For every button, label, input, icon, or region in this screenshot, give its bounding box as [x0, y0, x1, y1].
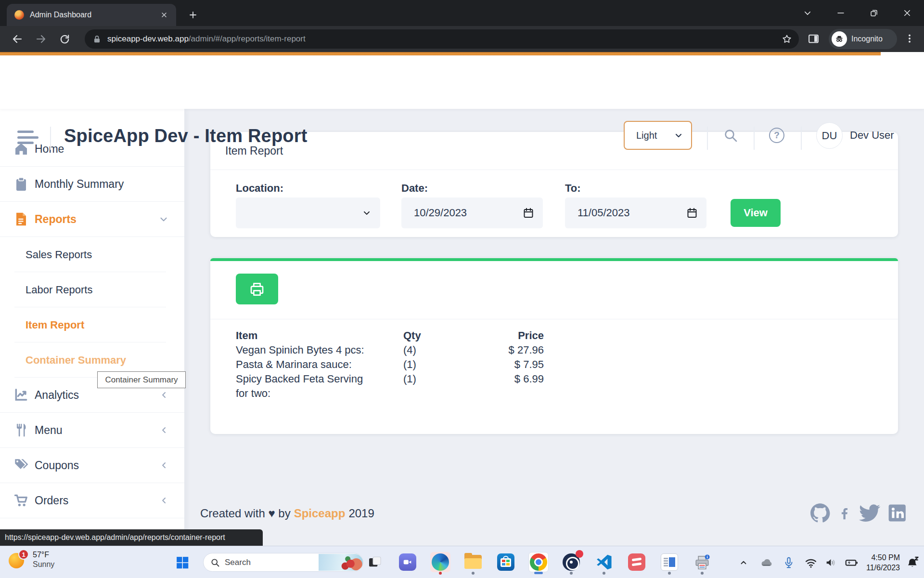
- utensils-icon: [13, 422, 29, 438]
- date-from-input[interactable]: 10/29/2023: [401, 197, 543, 228]
- clock-time: 4:50 PM: [866, 552, 900, 563]
- browser-menu-icon[interactable]: [904, 33, 915, 44]
- side-panel-icon[interactable]: [808, 33, 820, 45]
- facebook-icon[interactable]: [838, 502, 851, 524]
- brand-link[interactable]: Spiceapp: [294, 507, 346, 520]
- to-label: To:: [565, 182, 581, 195]
- date-label: Date:: [401, 182, 428, 195]
- col-header-item: Item: [236, 328, 403, 343]
- back-button[interactable]: [8, 29, 27, 49]
- start-button[interactable]: [173, 553, 192, 572]
- sidebar-nav: Home Monthly Summary Reports Sales Repor…: [0, 109, 184, 578]
- chevron-left-icon: [159, 496, 169, 505]
- reload-button[interactable]: [55, 29, 74, 49]
- date-to-input[interactable]: 11/05/2023: [565, 197, 706, 228]
- location-label: Location:: [236, 182, 283, 195]
- page-title: SpiceApp Dev - Item Report: [64, 126, 308, 146]
- microphone-icon[interactable]: [781, 554, 797, 571]
- footer-social-links: [810, 502, 906, 524]
- folder-icon: [464, 555, 482, 569]
- chat-button[interactable]: [398, 552, 418, 572]
- vscode-button[interactable]: [594, 552, 614, 572]
- system-tray: 4:50 PM 11/6/2023: [735, 546, 924, 578]
- weather-badge: 1: [18, 549, 29, 560]
- sidebar-item-reports[interactable]: Reports: [0, 202, 184, 237]
- incognito-label: Incognito: [851, 35, 883, 43]
- taskbar-search-bar[interactable]: Search: [203, 553, 363, 572]
- report-filter-card: Item Report Location: Date: 10/29/2023 T…: [210, 132, 898, 237]
- edge-button[interactable]: [430, 552, 450, 572]
- sidebar-item-menu[interactable]: Menu: [0, 413, 184, 448]
- sidebar-subitem-item-report[interactable]: Item Report: [0, 307, 184, 342]
- new-tab-button[interactable]: [185, 7, 201, 23]
- card-title: Item Report: [225, 144, 283, 158]
- target-app-button[interactable]: [561, 552, 581, 572]
- item-report-table: Item Qty Price Vegan Spinich Bytes 4 pcs…: [236, 328, 544, 401]
- sidebar-subitem-labor-reports[interactable]: Labor Reports: [0, 272, 184, 307]
- view-button[interactable]: View: [731, 199, 781, 227]
- clock-date: 11/6/2023: [866, 563, 900, 573]
- sidebar-item-coupons[interactable]: Coupons: [0, 448, 184, 483]
- github-icon[interactable]: [810, 502, 830, 524]
- location-select[interactable]: [236, 197, 380, 228]
- chevron-down-icon: [362, 208, 372, 218]
- search-highlight-image[interactable]: [319, 554, 363, 571]
- weather-widget[interactable]: 1 57°F Sunny: [9, 550, 54, 569]
- printer-app-button[interactable]: i: [692, 552, 712, 572]
- url-path: /admin/#/app/reports/item-report: [189, 34, 306, 43]
- window-restore-button[interactable]: [863, 4, 885, 22]
- table-cell-item: Pasta & Marinara sauce:: [236, 357, 371, 372]
- wifi-icon[interactable]: [803, 554, 819, 571]
- theme-select-value: Light: [636, 130, 657, 141]
- vscode-icon: [596, 554, 612, 570]
- sidebar-item-monthly-summary[interactable]: Monthly Summary: [0, 167, 184, 202]
- file-text-icon: [13, 211, 29, 227]
- theme-select[interactable]: Light: [624, 121, 692, 150]
- hidden-icons-chevron[interactable]: [735, 554, 752, 571]
- incognito-icon: [832, 31, 847, 47]
- onedrive-cloud-icon[interactable]: [758, 554, 775, 571]
- table-cell-qty: (1): [403, 372, 475, 401]
- volume-icon[interactable]: [823, 554, 839, 571]
- focus-assist-bell-icon[interactable]: [905, 554, 921, 571]
- windows-logo-icon: [175, 555, 190, 570]
- printer-app-icon: i: [694, 554, 710, 570]
- print-button[interactable]: [236, 274, 278, 304]
- calendar-icon[interactable]: [523, 207, 534, 219]
- battery-icon[interactable]: [843, 554, 860, 571]
- twitter-icon[interactable]: [859, 502, 880, 524]
- tab-title: Admin Dashboard: [30, 11, 158, 19]
- sidebar-item-orders[interactable]: Orders: [0, 483, 184, 518]
- browser-tab[interactable]: Admin Dashboard: [7, 4, 176, 26]
- sidebar-subitem-sales-reports[interactable]: Sales Reports: [0, 237, 184, 272]
- sidebar-toggle-button[interactable]: [17, 129, 38, 146]
- tab-close-icon[interactable]: [158, 9, 170, 21]
- bookmark-star-icon[interactable]: [782, 34, 792, 44]
- red-app-icon: [628, 553, 645, 571]
- file-explorer-button[interactable]: [463, 552, 483, 572]
- chevron-left-icon: [159, 390, 169, 400]
- window-minimize-button[interactable]: [830, 4, 852, 22]
- monitor-app-button[interactable]: [659, 552, 680, 572]
- task-view-button[interactable]: [365, 552, 385, 572]
- chrome-button[interactable]: [528, 552, 549, 572]
- linkedin-icon[interactable]: [888, 503, 906, 523]
- help-button[interactable]: ?: [765, 124, 788, 147]
- page-loading-bar: [0, 52, 881, 55]
- tab-search-chevron-icon[interactable]: [796, 4, 819, 22]
- taskbar-clock[interactable]: 4:50 PM 11/6/2023: [866, 552, 900, 573]
- link-preview-status-bar: https://spiceapp-dev.web.app/admin/app/r…: [0, 529, 263, 546]
- notification-dot: [576, 550, 583, 558]
- chevron-down-icon: [158, 214, 169, 224]
- calendar-icon[interactable]: [686, 207, 698, 219]
- search-button[interactable]: [719, 124, 742, 147]
- url-bar[interactable]: spiceapp-dev.web.app/admin/#/app/reports…: [85, 29, 799, 49]
- tags-icon: [13, 458, 29, 473]
- container-summary-tooltip: Container Summary: [97, 371, 186, 388]
- store-button[interactable]: [496, 552, 516, 572]
- window-close-button[interactable]: [896, 4, 918, 22]
- help-icon: ?: [769, 128, 784, 143]
- red-app-button[interactable]: [627, 552, 647, 572]
- user-avatar[interactable]: DU: [816, 122, 843, 149]
- forward-button[interactable]: [31, 29, 51, 49]
